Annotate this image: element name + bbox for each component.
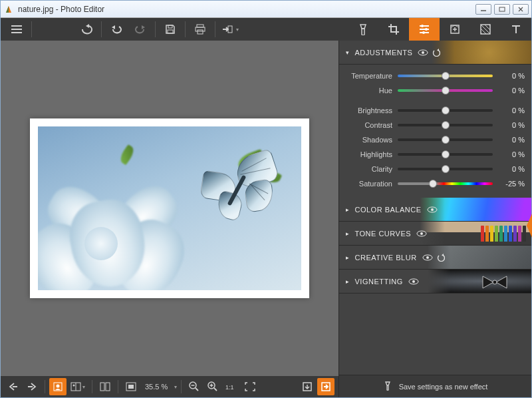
slider-hue: Hue0 % — [346, 83, 525, 98]
slider-label: Highlights — [346, 150, 392, 158]
svg-text:1:1: 1:1 — [225, 384, 234, 391]
slider-track[interactable] — [398, 124, 493, 126]
tab-effects[interactable] — [348, 18, 378, 41]
zoom-out-button[interactable] — [186, 378, 203, 395]
tab-text[interactable] — [501, 18, 531, 41]
app-body: ▾ — [1, 18, 531, 397]
reset-icon[interactable] — [437, 254, 445, 262]
svg-rect-27 — [106, 383, 110, 391]
canvas-area: ▾ 35.5 % ▾ 1:1 — [1, 41, 338, 397]
photo-canvas[interactable] — [30, 118, 309, 298]
app-window: nature.jpg - Photo Editor — [0, 0, 532, 398]
import-button[interactable] — [299, 378, 316, 395]
slider-track[interactable] — [398, 89, 493, 92]
maximize-button[interactable] — [494, 4, 510, 15]
zoom-menu-caret[interactable]: ▾ — [174, 384, 177, 390]
slider-value: 0 % — [498, 72, 525, 80]
slider-thumb[interactable] — [442, 136, 450, 144]
slider-thumb[interactable] — [442, 72, 450, 80]
svg-point-47 — [426, 256, 429, 259]
fullscreen-button[interactable] — [241, 378, 259, 395]
slider-value: 0 % — [498, 87, 525, 95]
prev-image-button[interactable] — [5, 378, 22, 395]
save-effect-label: Save settings as new effect — [399, 383, 488, 391]
svg-point-16 — [425, 28, 428, 31]
apply-button[interactable] — [317, 378, 334, 395]
section-title: COLOR BALANCE — [355, 206, 422, 214]
zoom-level: 35.5 % — [141, 383, 172, 391]
svg-rect-11 — [198, 30, 203, 34]
split-view-button[interactable]: ▾ — [68, 378, 88, 395]
visibility-icon[interactable] — [422, 254, 433, 261]
expand-icon: ▸ — [346, 254, 350, 261]
slider-track[interactable] — [398, 75, 493, 77]
visibility-icon[interactable] — [408, 278, 419, 285]
section-title: TONE CURVES — [355, 230, 412, 238]
svg-point-43 — [431, 208, 434, 211]
undo-button[interactable] — [104, 18, 128, 41]
svg-rect-9 — [197, 25, 203, 27]
slider-value: 0 % — [498, 150, 525, 158]
visibility-icon[interactable] — [427, 206, 438, 213]
svg-rect-29 — [128, 385, 134, 389]
slider-thumb[interactable] — [442, 87, 450, 95]
visibility-icon[interactable] — [418, 49, 428, 56]
slider-track[interactable] — [398, 168, 493, 170]
slider-thumb[interactable] — [442, 106, 450, 114]
expand-icon: ▸ — [346, 278, 350, 285]
redo-button[interactable] — [128, 18, 152, 41]
slider-value: -25 % — [498, 180, 525, 188]
svg-line-34 — [214, 388, 217, 391]
tab-crop[interactable] — [378, 18, 409, 41]
window-buttons — [475, 4, 529, 15]
print-button[interactable] — [188, 18, 212, 41]
slider-value: 0 % — [498, 165, 525, 173]
slider-saturation: Saturation-25 % — [346, 176, 525, 191]
slider-thumb[interactable] — [442, 121, 450, 129]
tab-layers[interactable] — [440, 18, 470, 41]
menu-button[interactable] — [5, 18, 29, 41]
slider-track[interactable] — [398, 138, 493, 141]
save-button[interactable] — [158, 18, 182, 41]
slider-thumb[interactable] — [442, 165, 450, 173]
slider-thumb[interactable] — [429, 180, 437, 188]
before-after-button[interactable] — [49, 378, 66, 395]
close-button[interactable] — [513, 4, 529, 15]
save-effect-button[interactable]: Save settings as new effect — [339, 375, 531, 397]
app-icon — [3, 4, 14, 15]
slider-label: Hue — [346, 87, 392, 95]
tab-textures[interactable] — [470, 18, 501, 41]
window-fit-button[interactable] — [96, 378, 114, 395]
section-title: CREATIVE BLUR — [355, 254, 417, 262]
slider-value: 0 % — [498, 106, 525, 114]
window-title: nature.jpg - Photo Editor — [18, 5, 475, 14]
reset-icon[interactable] — [432, 49, 440, 57]
section-title: ADJUSTMENTS — [355, 49, 413, 57]
zoom-in-button[interactable] — [204, 378, 221, 395]
slider-brightness: Brightness0 % — [346, 103, 525, 118]
slider-track[interactable] — [398, 182, 493, 185]
tab-adjust[interactable] — [409, 18, 440, 41]
section-adjustments[interactable]: ▾ ADJUSTMENTS — [339, 41, 531, 65]
next-image-button[interactable] — [23, 378, 41, 395]
actual-size-button[interactable]: 1:1 — [223, 378, 240, 395]
slider-value: 0 % — [498, 136, 525, 144]
slider-temperature: Temperature0 % — [346, 69, 525, 83]
expand-icon: ▸ — [346, 206, 350, 213]
svg-point-22 — [57, 385, 60, 388]
slider-track[interactable] — [398, 109, 493, 112]
slider-thumb[interactable] — [442, 150, 450, 158]
fit-screen-button[interactable] — [122, 378, 140, 395]
canvas-viewport[interactable] — [1, 41, 338, 376]
section-tone-curves[interactable]: ▸ TONE CURVES — [339, 222, 531, 246]
section-vignetting[interactable]: ▸ VIGNETTING — [339, 270, 531, 294]
section-color-balance[interactable]: ▸ COLOR BALANCE — [339, 198, 531, 222]
minimize-button[interactable] — [475, 4, 491, 15]
svg-line-31 — [196, 388, 198, 391]
export-button[interactable]: ▾ — [218, 18, 242, 41]
slider-track[interactable] — [398, 153, 493, 156]
tool-tabs — [348, 18, 531, 41]
undo-full-button[interactable] — [74, 18, 98, 41]
visibility-icon[interactable] — [416, 230, 427, 237]
section-creative-blur[interactable]: ▸ CREATIVE BLUR — [339, 246, 531, 270]
